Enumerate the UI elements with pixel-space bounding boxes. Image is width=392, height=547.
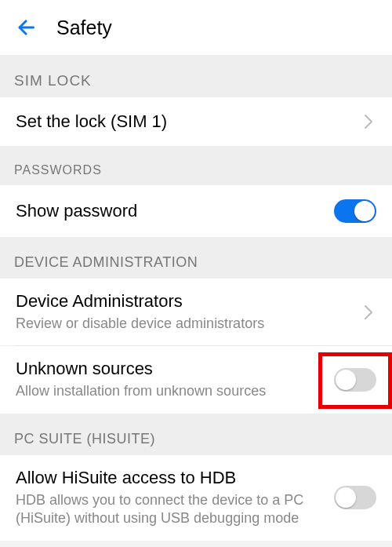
- section-header-passwords: PASSWORDS: [0, 146, 392, 185]
- page-title: Safety: [56, 16, 112, 39]
- toggle-unknown-sources[interactable]: [334, 368, 376, 392]
- row-device-administrators[interactable]: Device Administrators Review or disable …: [0, 279, 392, 345]
- section-header-pc-suite: PC SUITE (HISUITE): [0, 414, 392, 455]
- row-title: Set the lock (SIM 1): [16, 111, 364, 132]
- chevron-right-icon: [364, 114, 376, 129]
- toggle-knob: [336, 487, 356, 508]
- row-title: Allow HiSuite access to HDB: [16, 468, 334, 488]
- section-header-device-admin: DEVICE ADMINISTRATION: [0, 237, 392, 279]
- app-header: Safety: [0, 0, 392, 55]
- toggle-hisuite-hdb[interactable]: [334, 486, 376, 509]
- row-unknown-sources[interactable]: Unknown sources Allow installation from …: [0, 346, 392, 413]
- row-show-password[interactable]: Show password: [0, 185, 392, 237]
- chevron-right-icon: [364, 304, 376, 320]
- back-arrow-icon[interactable]: [14, 16, 36, 38]
- toggle-show-password[interactable]: [334, 199, 376, 223]
- settings-screen: Safety SIM LOCK Set the lock (SIM 1) PAS…: [0, 0, 392, 541]
- row-subtitle: Review or disable device administrators: [16, 315, 306, 333]
- section-header-sim-lock: SIM LOCK: [0, 55, 392, 97]
- row-set-sim-lock[interactable]: Set the lock (SIM 1): [0, 97, 392, 146]
- row-title: Device Administrators: [16, 291, 364, 312]
- row-subtitle: Allow installation from unknown sources: [16, 382, 306, 400]
- row-subtitle: HDB allows you to connect the device to …: [16, 491, 306, 528]
- toggle-knob: [354, 201, 375, 221]
- toggle-knob: [336, 370, 356, 390]
- row-title: Show password: [16, 201, 334, 221]
- row-hisuite-hdb[interactable]: Allow HiSuite access to HDB HDB allows y…: [0, 455, 392, 541]
- row-title: Unknown sources: [16, 359, 334, 379]
